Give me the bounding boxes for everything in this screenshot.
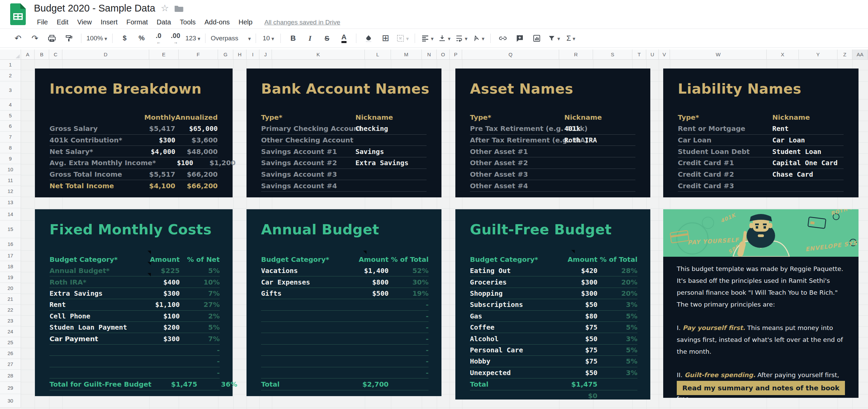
cell-category[interactable]: Unexpected	[470, 369, 552, 377]
cell-type[interactable]: Savings Account #1	[261, 148, 355, 156]
column-header[interactable]: T	[632, 50, 646, 60]
column-header[interactable]: W	[670, 50, 767, 60]
cell-type[interactable]: Other Asset #3	[470, 170, 564, 178]
header-type[interactable]: Type*	[470, 113, 564, 121]
cell-annualized[interactable]: $3,600	[175, 136, 218, 144]
cell-percent[interactable]: 20%	[597, 289, 637, 297]
cell-amount[interactable]: $500	[343, 289, 389, 297]
font-select[interactable]: Overpass	[209, 31, 252, 45]
column-header[interactable]: J	[259, 50, 272, 60]
column-header[interactable]: P	[450, 50, 462, 60]
cell-amount[interactable]: $1,400	[343, 267, 389, 275]
cell-type[interactable]: Savings Account #4	[261, 182, 355, 190]
row-header[interactable]: 10	[0, 164, 21, 175]
cell-amount[interactable]: $800	[343, 278, 389, 286]
total-label[interactable]: Total	[261, 380, 343, 388]
header-category[interactable]: Budget Category*	[470, 255, 552, 264]
cell-amount[interactable]: $225	[134, 267, 180, 275]
cell-percent[interactable]: 5%	[180, 323, 220, 331]
row-header[interactable]: 27	[0, 359, 21, 370]
header-amount[interactable]: Amount	[552, 255, 597, 264]
row-header[interactable]: 12	[0, 186, 21, 197]
cell-category[interactable]: Cell Phone	[50, 312, 134, 320]
header-percent[interactable]: % of Net	[180, 255, 220, 264]
book-notes-button[interactable]: Read my summary and notes of the book	[677, 381, 845, 395]
menu-format[interactable]: Format	[122, 17, 152, 27]
cell-annualized[interactable]: $66,200	[175, 170, 218, 178]
cell-monthly[interactable]: $4,000	[138, 148, 175, 156]
cell-category[interactable]: Subscriptions	[470, 300, 552, 309]
saved-status-link[interactable]: All changes saved in Drive	[264, 19, 340, 26]
cell-type[interactable]: Other Asset #2	[470, 159, 564, 167]
format-percent-button[interactable]: %	[133, 31, 150, 45]
card-title[interactable]: Bank Account Names	[261, 81, 429, 97]
total-label[interactable]: Total for Guilt-Free Budget	[50, 380, 152, 388]
total-monthly[interactable]: $4,100	[138, 182, 175, 190]
cell-category[interactable]: Extra Savings	[50, 289, 134, 297]
total-amount[interactable]: $2,700	[343, 380, 389, 388]
cell-category[interactable]: Shopping	[470, 289, 552, 297]
row-header[interactable]: 16	[0, 238, 21, 250]
star-icon[interactable]: ☆	[161, 4, 169, 13]
more-formats-button[interactable]: 123	[184, 31, 202, 45]
horizontal-align-button[interactable]	[419, 31, 436, 45]
vertical-align-button[interactable]	[436, 31, 453, 45]
menu-tools[interactable]: Tools	[175, 17, 200, 27]
cell-percent[interactable]: 10%	[180, 278, 220, 286]
card-title[interactable]: Income Breakdown	[50, 81, 202, 97]
cell-label[interactable]: Gross Total Income	[50, 170, 138, 178]
header-nickname[interactable]: Nickname	[772, 113, 844, 121]
column-header[interactable]: F	[179, 50, 218, 60]
cell-nickname[interactable]: Car Loan	[772, 136, 844, 144]
menu-insert[interactable]: Insert	[96, 17, 122, 27]
header-type[interactable]: Type*	[678, 113, 772, 121]
card-title[interactable]: Liability Names	[678, 81, 801, 97]
column-header[interactable]: G	[218, 50, 233, 60]
cell-percent[interactable]: 20%	[597, 278, 637, 286]
cell-percent[interactable]: -	[389, 346, 429, 354]
spreadsheet-grid[interactable]: ABCDEFGHIJKLMNOPQRSTUVWXYZAA 12345678910…	[0, 50, 868, 409]
menu-help[interactable]: Help	[234, 17, 257, 27]
cell-amount[interactable]: $75	[552, 346, 597, 354]
cell-percent[interactable]: 28%	[597, 267, 637, 275]
cell-percent[interactable]: 19%	[389, 289, 429, 297]
cell-monthly[interactable]: $100	[156, 159, 193, 167]
cell-amount[interactable]: $50	[552, 369, 597, 377]
format-currency-button[interactable]: $	[116, 31, 133, 45]
cell-category[interactable]: Roth IRA*	[50, 278, 134, 286]
header-nickname[interactable]: Nickname	[355, 113, 427, 121]
cell-amount[interactable]: $50	[552, 335, 597, 343]
cell-category[interactable]: Groceries	[470, 278, 552, 286]
row-header[interactable]: 6	[0, 121, 21, 132]
cell-percent[interactable]: 27%	[180, 300, 220, 309]
insert-chart-button[interactable]	[528, 31, 545, 45]
cell-type[interactable]: Credit Card #1	[678, 159, 772, 167]
column-header[interactable]: N	[422, 50, 437, 60]
column-header[interactable]: L	[365, 50, 391, 60]
cell-type[interactable]: Credit Card #2	[678, 170, 772, 178]
card-title[interactable]: Guilt-Free Budget	[470, 221, 612, 238]
menu-edit[interactable]: Edit	[52, 17, 73, 27]
filter-button[interactable]	[545, 31, 562, 45]
row-header[interactable]: 26	[0, 348, 21, 359]
cell-type[interactable]: Car Loan	[678, 136, 772, 144]
cell-category[interactable]: Personal Care	[470, 346, 552, 354]
total-percent[interactable]: 36%	[197, 380, 237, 388]
cell-type[interactable]: Pre Tax Retirement (e.g. 401k)	[470, 124, 564, 133]
cell-nickname[interactable]: Roth IRA	[564, 136, 635, 144]
header-percent[interactable]: % of Total	[597, 255, 637, 264]
cell-nickname[interactable]: Checking	[355, 124, 427, 133]
cell-percent[interactable]: -	[389, 335, 429, 343]
column-header[interactable]: K	[272, 50, 365, 60]
text-color-button[interactable]: A	[341, 33, 347, 43]
cell-percent[interactable]: -	[180, 346, 220, 354]
row-header[interactable]: 23	[0, 315, 21, 326]
row-header[interactable]: 8	[0, 142, 21, 153]
cell-category[interactable]: Car Expenses	[261, 278, 343, 286]
cell-amount[interactable]: $80	[552, 312, 597, 320]
cell-amount[interactable]: $1,100	[134, 300, 180, 309]
merge-cells-button[interactable]	[394, 31, 411, 45]
cell-percent[interactable]: 5%	[597, 323, 637, 331]
info-paragraph[interactable]: This budget template was made by Reggie …	[677, 263, 845, 310]
row-header[interactable]: 25	[0, 337, 21, 348]
